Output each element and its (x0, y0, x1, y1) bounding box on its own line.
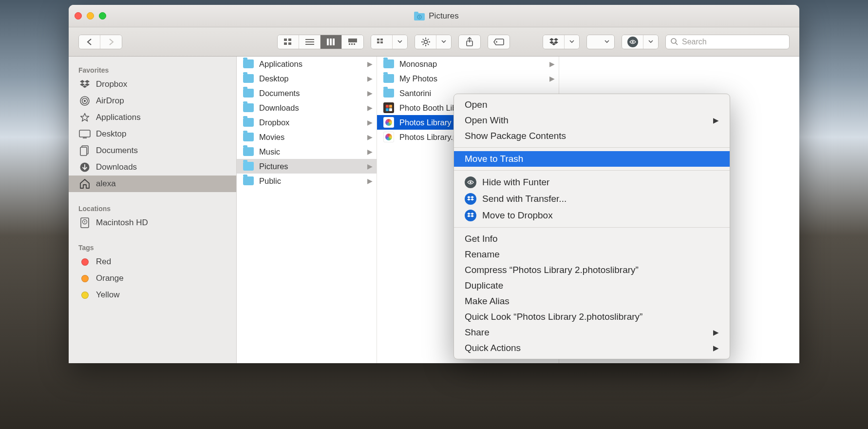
sidebar-item-macintosh-hd[interactable]: Macintosh HD (69, 214, 236, 231)
action-menu[interactable] (415, 35, 452, 49)
tag-icon[interactable] (488, 35, 509, 49)
ctx-show-package-contents[interactable]: Show Package Contents (454, 128, 730, 144)
home-icon (78, 178, 91, 189)
list-item[interactable]: Monosnap▶ (377, 57, 559, 71)
hdd-icon (78, 217, 91, 228)
sidebar-item-label: AirDrop (96, 96, 124, 106)
list-item[interactable]: Movies▶ (237, 130, 377, 144)
funter-menu[interactable] (622, 35, 659, 49)
svg-rect-21 (380, 41, 383, 43)
ctx-open-with[interactable]: Open With▶ (454, 113, 730, 128)
ctx-duplicate[interactable]: Duplicate (454, 278, 730, 293)
extra-menu[interactable] (586, 35, 615, 49)
eye-icon[interactable] (622, 35, 643, 49)
dropbox-icon[interactable] (543, 35, 565, 49)
ctx-quick-look[interactable]: Quick Look “Photos Library 2.photoslibra… (454, 309, 730, 325)
file-name: Public (259, 176, 362, 186)
search-field[interactable] (665, 35, 790, 49)
ctx-separator (454, 227, 730, 228)
folder-icon (383, 88, 395, 98)
ctx-compress[interactable]: Compress “Photos Library 2.photoslibrary… (454, 262, 730, 278)
svg-point-39 (84, 100, 86, 102)
sidebar-tag-orange[interactable]: Orange (69, 270, 236, 287)
sidebar-item-dropbox[interactable]: Dropbox (69, 76, 236, 93)
svg-rect-5 (288, 39, 291, 41)
list-item[interactable]: Applications▶ (237, 57, 377, 71)
list-item[interactable]: Dropbox▶ (237, 115, 377, 130)
gear-icon[interactable] (415, 35, 436, 49)
list-item[interactable]: My Photos▶ (377, 71, 559, 86)
extra-chevron[interactable] (587, 35, 614, 49)
ctx-label: Open (465, 99, 487, 110)
sidebar-item-desktop[interactable]: Desktop (69, 126, 236, 142)
svg-rect-13 (333, 39, 335, 45)
svg-line-28 (428, 44, 429, 45)
file-name: My Photos (399, 74, 545, 83)
back-button[interactable] (79, 35, 100, 49)
window-minimize-button[interactable] (87, 12, 94, 20)
sidebar-item-airdrop[interactable]: AirDrop (69, 93, 236, 109)
sidebar-tag-red[interactable]: Red (69, 254, 236, 270)
ctx-share[interactable]: Share▶ (454, 325, 730, 340)
share-icon[interactable] (459, 35, 480, 49)
ctx-open[interactable]: Open (454, 97, 730, 113)
file-name: Monosnap (399, 59, 545, 69)
icon-view-button[interactable] (278, 35, 299, 49)
sidebar-item-documents[interactable]: Documents (69, 142, 236, 159)
list-item[interactable]: Pictures▶ (237, 159, 377, 174)
window-close-button[interactable] (75, 12, 82, 20)
folder-icon (243, 73, 254, 84)
action-chevron[interactable] (436, 35, 451, 49)
funter-chevron[interactable] (643, 35, 658, 49)
search-input[interactable] (682, 38, 784, 46)
ctx-move-to-trash[interactable]: Move to Trash (454, 151, 730, 167)
ctx-hide-with-funter[interactable]: Hide with Funter (454, 174, 730, 191)
window-zoom-button[interactable] (99, 12, 106, 20)
ctx-get-info[interactable]: Get Info (454, 231, 730, 247)
dropbox-menu[interactable] (543, 35, 580, 49)
chevron-right-icon: ▶ (549, 60, 555, 68)
sidebar-item-label: Macintosh HD (96, 218, 148, 228)
ctx-rename[interactable]: Rename (454, 247, 730, 262)
list-item[interactable]: Public▶ (237, 174, 377, 188)
dropbox-icon (465, 210, 476, 221)
sidebar-tag-yellow[interactable]: Yellow (69, 287, 236, 303)
arrange-menu[interactable] (371, 35, 408, 49)
dropbox-chevron[interactable] (565, 35, 579, 49)
arrange-chevron[interactable] (393, 35, 407, 49)
ctx-make-alias[interactable]: Make Alias (454, 293, 730, 309)
gallery-view-button[interactable] (342, 35, 363, 49)
ctx-label: Move to Dropbox (482, 210, 553, 221)
list-view-button[interactable] (299, 35, 321, 49)
svg-point-48 (84, 221, 85, 222)
chevron-right-icon: ▶ (549, 75, 555, 82)
list-item[interactable]: Music▶ (237, 144, 377, 159)
ctx-label: Hide with Funter (482, 177, 549, 188)
sidebar-item-label: Orange (96, 273, 124, 283)
sidebar-header-locations: Locations (69, 201, 236, 214)
ctx-move-to-dropbox[interactable]: Move to Dropbox (454, 207, 730, 224)
forward-button[interactable] (100, 35, 122, 49)
arrange-button[interactable] (371, 35, 393, 49)
svg-rect-40 (79, 130, 90, 137)
title-bar: Pictures (69, 5, 799, 27)
sidebar-item-home[interactable]: alexa (69, 176, 236, 192)
list-item[interactable]: Downloads▶ (237, 100, 377, 115)
ctx-quick-actions[interactable]: Quick Actions▶ (454, 340, 730, 356)
svg-point-22 (424, 40, 427, 43)
sidebar-item-downloads[interactable]: Downloads (69, 159, 236, 176)
svg-rect-10 (305, 44, 314, 45)
window-title-text: Pictures (429, 11, 458, 21)
list-item[interactable]: Desktop▶ (237, 71, 377, 86)
documents-icon (78, 145, 91, 156)
svg-line-36 (676, 43, 678, 45)
ctx-send-with-transfer[interactable]: Send with Transfer... (454, 191, 730, 207)
folder-icon (243, 117, 254, 128)
svg-point-49 (470, 181, 472, 183)
chevron-right-icon: ▶ (713, 344, 719, 352)
ctx-label: Send with Transfer... (482, 194, 566, 204)
sidebar-header-tags: Tags (69, 240, 236, 254)
column-view-button[interactable] (321, 35, 342, 49)
list-item[interactable]: Documents▶ (237, 86, 377, 100)
sidebar-item-applications[interactable]: Applications (69, 109, 236, 126)
